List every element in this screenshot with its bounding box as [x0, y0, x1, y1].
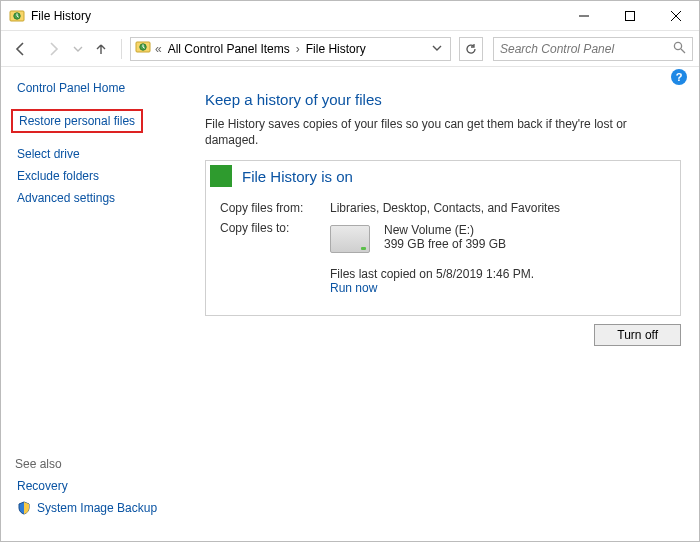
address-icon — [135, 39, 151, 58]
breadcrumb-sep: « — [153, 42, 164, 56]
see-also-label: See also — [15, 457, 157, 471]
select-drive-link[interactable]: Select drive — [17, 147, 187, 161]
address-dropdown-icon[interactable] — [428, 42, 446, 56]
main-panel: ? Keep a history of your files File Hist… — [201, 67, 699, 541]
restore-files-highlight: Restore personal files — [11, 109, 143, 133]
last-copied-text: Files last copied on 5/8/2019 1:46 PM. — [330, 267, 666, 281]
status-title: File History is on — [242, 168, 353, 185]
breadcrumb-seg1[interactable]: All Control Panel Items — [166, 42, 292, 56]
run-now-link[interactable]: Run now — [330, 281, 666, 295]
see-also-section: See also Recovery System Image Backup — [15, 457, 157, 523]
copy-to-label: Copy files to: — [220, 221, 330, 295]
status-indicator-icon — [210, 165, 232, 187]
window-controls — [561, 1, 699, 30]
svg-rect-3 — [626, 11, 635, 20]
exclude-folders-link[interactable]: Exclude folders — [17, 169, 187, 183]
breadcrumb-chevron-icon[interactable]: › — [294, 42, 302, 56]
up-button[interactable] — [89, 37, 113, 61]
address-bar[interactable]: « All Control Panel Items › File History — [130, 37, 451, 61]
help-icon[interactable]: ? — [671, 69, 687, 85]
recovery-link[interactable]: Recovery — [17, 479, 157, 493]
recent-locations-button[interactable] — [71, 35, 85, 63]
search-placeholder: Search Control Panel — [500, 42, 673, 56]
search-input[interactable]: Search Control Panel — [493, 37, 693, 61]
sidebar: Control Panel Home Restore personal file… — [1, 67, 201, 541]
nav-separator — [121, 39, 122, 59]
shield-icon — [17, 501, 31, 515]
restore-files-link[interactable]: Restore personal files — [19, 114, 135, 128]
copy-from-value: Libraries, Desktop, Contacts, and Favori… — [330, 201, 666, 215]
svg-point-8 — [674, 42, 681, 49]
app-icon — [9, 8, 25, 24]
refresh-button[interactable] — [459, 37, 483, 61]
svg-line-9 — [681, 49, 685, 53]
advanced-settings-link[interactable]: Advanced settings — [17, 191, 187, 205]
close-button[interactable] — [653, 1, 699, 30]
breadcrumb-seg2[interactable]: File History — [304, 42, 368, 56]
status-header: File History is on — [206, 161, 680, 191]
drive-space: 399 GB free of 399 GB — [384, 237, 506, 251]
search-icon — [673, 41, 686, 57]
system-image-backup-link[interactable]: System Image Backup — [17, 501, 157, 515]
drive-icon — [330, 225, 370, 253]
turn-off-button[interactable]: Turn off — [594, 324, 681, 346]
content-area: Control Panel Home Restore personal file… — [1, 67, 699, 541]
navbar: « All Control Panel Items › File History… — [1, 31, 699, 67]
drive-name: New Volume (E:) — [384, 223, 506, 237]
window-title: File History — [31, 9, 561, 23]
page-heading: Keep a history of your files — [205, 91, 681, 108]
back-button[interactable] — [7, 35, 35, 63]
page-subtext: File History saves copies of your files … — [205, 116, 681, 148]
control-panel-home-link[interactable]: Control Panel Home — [17, 81, 187, 95]
maximize-button[interactable] — [607, 1, 653, 30]
copy-from-label: Copy files from: — [220, 201, 330, 215]
forward-button[interactable] — [39, 35, 67, 63]
titlebar: File History — [1, 1, 699, 31]
status-panel: File History is on Copy files from: Libr… — [205, 160, 681, 316]
minimize-button[interactable] — [561, 1, 607, 30]
